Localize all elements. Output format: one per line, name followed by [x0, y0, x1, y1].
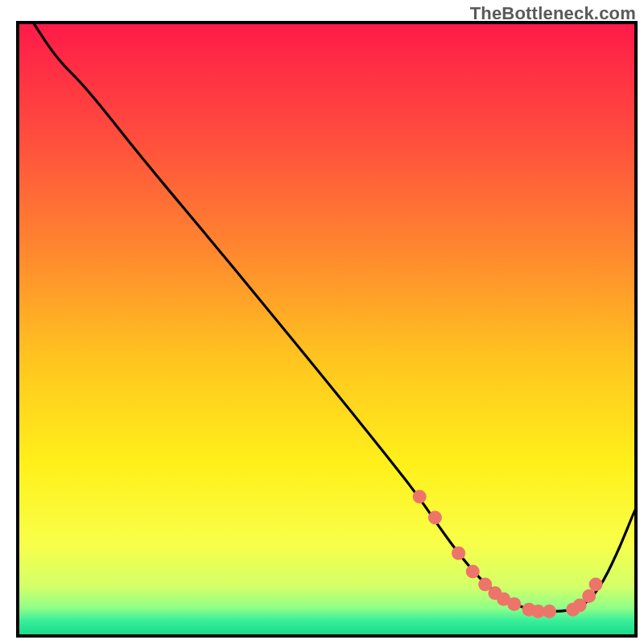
- curve-marker: [507, 597, 521, 611]
- bottleneck-chart: [0, 0, 644, 644]
- chart-frame: TheBottleneck.com: [0, 0, 644, 644]
- curve-marker: [543, 605, 556, 618]
- watermark-text: TheBottleneck.com: [470, 3, 636, 24]
- curve-marker: [589, 577, 603, 591]
- curve-marker: [428, 510, 442, 524]
- curve-marker: [582, 589, 596, 603]
- curve-marker: [466, 564, 480, 578]
- gradient-background: [18, 23, 636, 636]
- curve-marker: [413, 490, 427, 504]
- curve-marker: [452, 547, 465, 560]
